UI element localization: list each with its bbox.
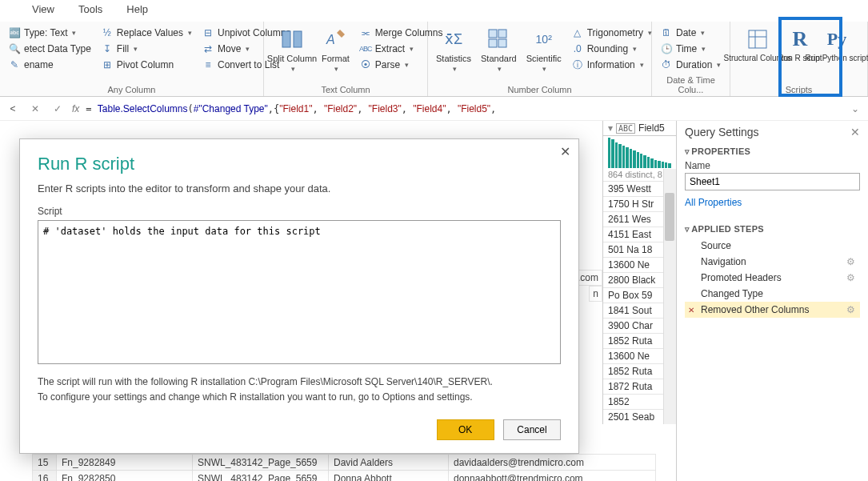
table-row[interactable]: 16Fn_9282850SNWL_483142_Page_5659Donna A…	[33, 471, 656, 482]
table-row[interactable]: 15Fn_9282849SNWL_483142_Page_5659David A…	[33, 455, 656, 471]
run-r-script-dialog: ✕ Run R script Enter R scripts into the …	[19, 138, 579, 454]
rounding-button[interactable]: .0Rounding▾	[568, 41, 655, 57]
dialog-close-icon[interactable]: ✕	[560, 144, 570, 159]
group-datetime: Date & Time Colu...	[657, 74, 725, 94]
split-icon	[279, 26, 305, 52]
step-gear-icon[interactable]: ⚙	[846, 256, 855, 267]
cell-fragment: n	[589, 286, 602, 302]
trig-button[interactable]: △Trigonometry▾	[568, 25, 655, 41]
svg-rect-1	[294, 31, 302, 47]
all-properties-link[interactable]: All Properties	[685, 197, 742, 208]
step-gear-icon[interactable]: ⚙	[846, 272, 855, 283]
format-icon: A	[322, 26, 348, 52]
preview-scrollbar[interactable]	[663, 169, 676, 424]
applied-steps-list: Source⚙Navigation⚙Promoted Headers⚙Chang…	[685, 238, 860, 318]
ok-button[interactable]: OK	[437, 419, 494, 440]
replace-values-button[interactable]: ½Replace Values▾	[98, 25, 195, 41]
svg-text:A: A	[326, 33, 335, 46]
structured-column-button[interactable]: Structural Columns	[735, 25, 780, 64]
query-settings-title: Query Settings	[685, 126, 759, 138]
group-any-column: Any Column	[5, 83, 258, 94]
group-number-column: Number Column	[433, 83, 646, 94]
applied-steps-header[interactable]: APPLIED STEPS	[685, 224, 860, 234]
formula-expand-icon[interactable]: ⌄	[847, 103, 863, 114]
applied-step[interactable]: Source⚙	[685, 238, 860, 254]
step-gear-icon[interactable]: ⚙	[846, 304, 855, 315]
detect-type-button[interactable]: 🔍etect Data Type	[5, 41, 94, 57]
name-label: Name	[685, 160, 860, 171]
data-type-button[interactable]: 🔤Type: Text▾	[5, 25, 94, 41]
formula-bar: < ✕ ✓ fx = Table.SelectColumns(#"Changed…	[0, 97, 868, 121]
dialog-footer: The script will run with the following R…	[38, 375, 561, 405]
dialog-title: Run R script	[38, 154, 561, 174]
type-text-icon: ABC	[616, 123, 635, 134]
formula-accept-icon[interactable]: ✓	[50, 103, 66, 114]
applied-step[interactable]: Changed Type⚙	[685, 286, 860, 302]
split-column-button[interactable]: Split Column▾	[269, 25, 315, 74]
svg-rect-0	[282, 31, 290, 47]
column-profile-spark	[603, 136, 676, 170]
query-name-input[interactable]	[685, 173, 860, 190]
statistics-button[interactable]: x̄ΣStatistics▾	[433, 25, 474, 74]
script-editor[interactable]	[38, 220, 561, 364]
applied-step[interactable]: Navigation⚙	[685, 254, 860, 270]
menu-help[interactable]: Help	[126, 3, 148, 15]
time-button[interactable]: 🕒Time▾	[657, 41, 724, 57]
query-settings-close-icon[interactable]: ✕	[850, 126, 860, 138]
svg-rect-5	[489, 39, 497, 47]
menu-tools[interactable]: Tools	[78, 3, 102, 15]
rename-button[interactable]: ✎ename	[5, 57, 94, 73]
svg-rect-3	[489, 30, 497, 38]
formula-cancel-icon[interactable]: ✕	[27, 103, 43, 114]
menu-bar: View Tools Help	[0, 0, 868, 22]
query-settings-pane: Query Settings ✕ PROPERTIES Name All Pro…	[676, 121, 868, 481]
column-nav-icon[interactable]: ▾	[608, 122, 613, 134]
column-header-field5[interactable]: ▾ ABC Field5	[603, 121, 676, 136]
format-button[interactable]: A Format▾	[318, 25, 353, 74]
cancel-button[interactable]: Cancel	[503, 419, 561, 440]
fill-button[interactable]: ↧Fill▾	[98, 41, 195, 57]
group-text-column: Text Column	[269, 83, 422, 94]
fx-icon[interactable]: fx	[72, 103, 79, 114]
date-button[interactable]: 🗓Date▾	[657, 25, 724, 41]
run-python-script-button[interactable]: PyRun Python script	[820, 25, 854, 64]
svg-rect-4	[498, 30, 506, 38]
svg-rect-7	[749, 30, 766, 48]
ribbon: 🔤Type: Text▾ 🔍etect Data Type ✎ename ½Re…	[0, 22, 868, 97]
svg-rect-6	[498, 39, 506, 47]
duration-button[interactable]: ⏱Duration▾	[657, 57, 724, 73]
script-label: Script	[38, 206, 62, 217]
properties-header[interactable]: PROPERTIES	[685, 146, 860, 157]
dialog-description: Enter R scripts into the editor to trans…	[38, 182, 561, 194]
scientific-button[interactable]: 10²Scientific▾	[523, 25, 565, 74]
menu-view[interactable]: View	[32, 3, 54, 15]
nav-back-button[interactable]: <	[5, 103, 21, 114]
pivot-button[interactable]: ⊞Pivot Column	[98, 57, 195, 73]
applied-step[interactable]: Promoted Headers⚙	[685, 270, 860, 286]
standard-button[interactable]: Standard▾	[478, 25, 520, 74]
applied-step[interactable]: Removed Other Columns⚙	[685, 302, 860, 318]
group-scripts: Scripts	[735, 83, 862, 94]
formula-text[interactable]: = Table.SelectColumns(#"Changed Type",{"…	[86, 103, 841, 114]
information-button[interactable]: ⓘInformation▾	[568, 57, 655, 73]
